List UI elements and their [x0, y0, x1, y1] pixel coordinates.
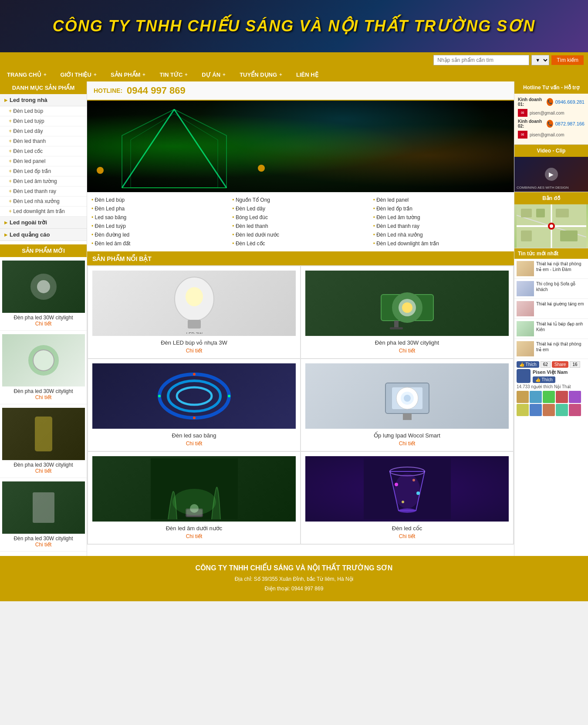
new-product-1-name: Đèn pha led 30W citylight [2, 315, 84, 321]
sidebar-item-led-thanh-ray[interactable]: Đèn Led thanh ray [0, 186, 87, 196]
rs-news-item-2[interactable]: Thi công bộ Sofa gỗ khách [514, 279, 588, 299]
rs-news-item-1[interactable]: Thiết kế nội thất phòng trẻ em - Linh Đà… [514, 259, 588, 279]
link-led-pha[interactable]: Đèn Led pha [89, 204, 230, 213]
link-led-duoi-nuoc[interactable]: Đèn led dưới nước [230, 230, 371, 239]
product-card-5: Đèn led âm dưới nước Chi tiết [88, 452, 300, 544]
product-1-link[interactable]: Chi tiết [92, 348, 296, 354]
sidebar-item-led-bup[interactable]: Đèn Led búp [0, 106, 87, 116]
search-input[interactable] [433, 55, 529, 65]
sidebar-item-led-tuyp[interactable]: Đèn Led tuýp [0, 116, 87, 126]
rs-news-item-4[interactable]: Thiết kế tủ bếp đẹp anh Kiên [514, 319, 588, 339]
rs-news-text-5: Thiết kế nội thất phòng trẻ em [536, 341, 586, 356]
link-led-thanh-ray[interactable]: Đèn Led thanh ray [371, 222, 512, 230]
banner-inner [87, 101, 514, 192]
svg-rect-29 [403, 413, 412, 420]
link-led-op-tran[interactable]: Đèn led ốp trần [371, 204, 512, 213]
hotline-number: 0944 997 869 [127, 85, 186, 96]
link-led-coc[interactable]: Đèn Lèd cốc [230, 239, 371, 248]
new-product-4-link[interactable]: Chi tiết [2, 542, 84, 548]
sidebar-category-advertising[interactable]: Led quảng cáo [0, 229, 87, 241]
nav-item-about[interactable]: GIỚI THIỆU ✦ [54, 68, 104, 81]
play-button[interactable]: ▶ [545, 168, 558, 181]
rs-avatar-2 [530, 391, 542, 403]
link-led-thanh[interactable]: Đèn led thanh [230, 222, 371, 230]
svg-rect-8 [188, 320, 201, 329]
rs-avatar-3 [543, 391, 555, 403]
link-duong-led[interactable]: Đèn đường led [89, 230, 230, 239]
products-grid: LED 3W Đèn LED búp vỏ nhựa 3W Chi tiết [87, 265, 514, 545]
product-3-link[interactable]: Chi tiết [92, 440, 296, 447]
rs-email-icon-1: ✉ [518, 109, 527, 117]
rs-news-thumb-2 [517, 281, 534, 296]
link-led-nha-xuong[interactable]: Đèn Led nhà xưởng [371, 230, 512, 239]
rs-news-thumb-1 [517, 261, 534, 276]
nav-item-news[interactable]: TIN TỨC ✦ [152, 68, 195, 81]
sidebar-item-led-day[interactable]: Đèn Led dây [0, 126, 87, 136]
rs-avatar-1 [517, 391, 529, 403]
new-product-2-image [2, 334, 85, 386]
link-led-downlight[interactable]: Đèn Led downlight âm trần [371, 239, 512, 248]
new-product-4: Đèn pha led 30W citylight Chi tiết [0, 478, 87, 552]
sidebar-category-indoor[interactable]: Led trong nhà [0, 94, 87, 106]
rs-hotline-title: Hotline Tư vấn - Hỗ trợ [514, 81, 588, 94]
product-4-name: Ốp lưng Ipad Wocol Smart [305, 432, 509, 439]
search-dropdown[interactable]: ▼ [531, 55, 549, 65]
rs-video-placeholder[interactable]: ▶ COMBINING AES WITH DESIGN [514, 157, 588, 192]
rs-share-button[interactable]: Share [552, 361, 569, 368]
rs-avatar-4 [556, 391, 568, 403]
nav-item-products[interactable]: SẢN PHẨM ✦ [104, 68, 153, 81]
new-product-2-link[interactable]: Chi tiết [2, 394, 84, 400]
rs-kd2-phone[interactable]: 0872.987.166 [555, 121, 585, 126]
product-6-link[interactable]: Chi tiết [305, 533, 509, 539]
rs-map-placeholder[interactable] [514, 204, 588, 248]
product-4-link[interactable]: Chi tiết [305, 440, 509, 447]
new-product-3: Đèn pha led 30W citylight Chi tiết [0, 404, 87, 478]
nav-item-contact[interactable]: LIÊN HỆ [289, 68, 325, 81]
sidebar-item-led-thanh[interactable]: Đèn led thanh [0, 136, 87, 146]
link-led-tuyp[interactable]: Đèn Led tuýp [89, 222, 230, 230]
rs-fb-like-btn[interactable]: 👍 Thích [533, 376, 555, 383]
product-2-link[interactable]: Chi tiết [305, 348, 509, 354]
search-button[interactable]: Tìm kiếm [551, 55, 584, 65]
rs-news-item-3[interactable]: Thiết kế giường tầng em [514, 299, 588, 319]
sidebar-item-led-nha-xuong[interactable]: Đèn Led nhà xưởng [0, 196, 87, 207]
svg-rect-47 [521, 209, 532, 217]
link-led-panel[interactable]: Đèn led panel [371, 196, 512, 204]
sidebar-category-outdoor[interactable]: Led ngoài trời [0, 217, 87, 229]
rs-like-button[interactable]: 👍 Thích [517, 361, 539, 368]
new-product-4-image [2, 481, 85, 534]
svg-rect-48 [536, 209, 545, 217]
sidebar-item-led-am-tuong[interactable]: Đèn Led âm tường [0, 176, 87, 186]
rs-kd1-email: pisen@gmail.com [530, 111, 564, 115]
link-led-bup[interactable]: Đèn Led búp [89, 196, 230, 204]
product-3-image [92, 363, 296, 429]
rs-news-item-5[interactable]: Thiết kế nội thất phòng trẻ em [514, 339, 588, 359]
rs-like-count: 62 [541, 361, 551, 368]
center-content: HOTLINE: 0944 997 869 [87, 81, 514, 556]
sidebar-item-led-op-tran[interactable]: Đèn Led ốp trần [0, 166, 87, 176]
link-led-day[interactable]: Đèn Led dây [230, 204, 371, 213]
product-3-name: Đèn led sao băng [92, 432, 296, 439]
svg-rect-16 [390, 327, 403, 329]
link-sao-bang[interactable]: Led sao băng [89, 213, 230, 222]
rs-kd1-email-row: ✉ pisen@gmail.com [518, 109, 585, 117]
link-led-am-tuong[interactable]: Đèn Led âm tường [371, 213, 512, 222]
new-product-3-link[interactable]: Chi tiết [2, 468, 84, 474]
nav-item-recruitment[interactable]: TUYỂN DỤNG ✦ [233, 68, 289, 81]
rs-news-title: Tin tức mới nhất [514, 248, 588, 259]
nav-item-home[interactable]: TRANG CHỦ ✦ [0, 68, 54, 81]
sidebar-item-led-coc[interactable]: Đèn Led cốc [0, 146, 87, 156]
sidebar-item-led-downlight[interactable]: Led downlight âm trần [0, 207, 87, 217]
rs-page-name: Pisen Việt Nam [533, 369, 568, 375]
rs-hotline-box: Kinh doanh 01: 📞 0946.669.281 ✉ pisen@gm… [514, 94, 588, 145]
sidebar-item-led-panel[interactable]: Đèn led panel [0, 156, 87, 166]
link-bong-led-duc[interactable]: Bóng Led đúc [230, 213, 371, 222]
new-product-1-link[interactable]: Chi tiết [2, 321, 84, 327]
product-5-link[interactable]: Chi tiết [92, 533, 296, 539]
svg-point-20 [158, 395, 161, 397]
nav-item-projects[interactable]: DỰ ÁN ✦ [195, 68, 233, 81]
link-nguon-to-ong[interactable]: Nguồn Tổ Ong [230, 196, 371, 204]
rs-kd1-phone[interactable]: 0946.669.281 [555, 99, 585, 105]
product-2-image [305, 271, 509, 336]
link-led-am-dat[interactable]: Đèn led âm đất [89, 239, 230, 248]
